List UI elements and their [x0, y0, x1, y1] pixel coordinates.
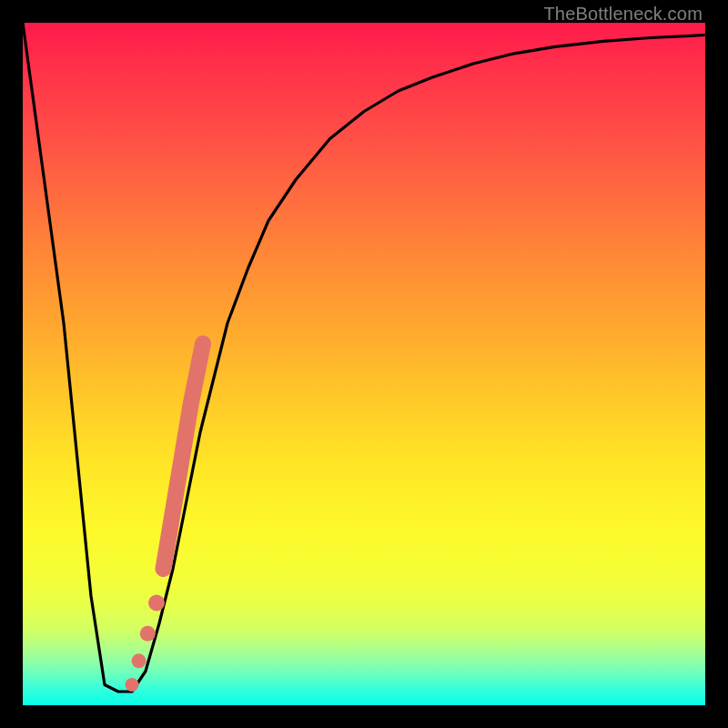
plot-area — [23, 23, 705, 705]
watermark-text: TheBottleneck.com — [543, 4, 703, 25]
marker-segment — [164, 344, 204, 570]
marker-dot — [140, 626, 156, 642]
marker-dot — [148, 595, 165, 612]
marker-dot — [126, 678, 139, 692]
chart-frame: TheBottleneck.com — [0, 0, 728, 728]
marker-dot — [132, 653, 147, 668]
bottleneck-curve — [23, 23, 705, 692]
chart-overlay — [23, 23, 705, 705]
highlighted-points — [126, 344, 204, 693]
